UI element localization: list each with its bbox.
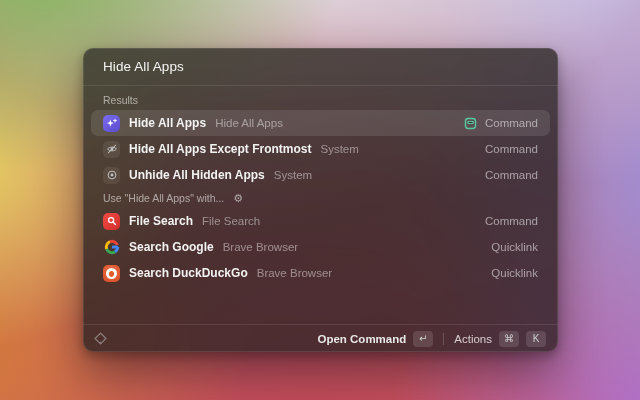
sparkle-plus-icon [103, 115, 120, 132]
result-row-search-duckduckgo[interactable]: Search DuckDuckGo Brave Browser Quicklin… [91, 260, 550, 286]
row-title: Hide All Apps [129, 116, 206, 130]
return-keycap: ↵ [413, 331, 433, 347]
row-subtitle: System [274, 169, 312, 181]
k-keycap: K [526, 331, 546, 347]
row-accessory: Quicklink [491, 241, 538, 253]
gear-icon[interactable]: ⚙ [233, 193, 243, 204]
row-title: Search Google [129, 240, 214, 254]
eye-icon [103, 167, 120, 184]
row-title: Hide All Apps Except Frontmost [129, 142, 311, 156]
google-logo-icon [103, 239, 120, 256]
result-row-search-google[interactable]: Search Google Brave Browser Quicklink [91, 234, 550, 260]
row-accessory: Quicklink [491, 267, 538, 279]
row-title: Search DuckDuckGo [129, 266, 248, 280]
search-value: Hide All Apps [103, 59, 184, 74]
row-title: File Search [129, 214, 193, 228]
footer-separator [443, 333, 444, 345]
file-search-icon [103, 213, 120, 230]
command-app-icon [464, 117, 477, 130]
result-row-unhide-all[interactable]: Unhide All Hidden Apps System Command [91, 162, 550, 188]
section-header-use-with: Use "Hide All Apps" with... ⚙ [91, 188, 550, 208]
result-row-file-search[interactable]: File Search File Search Command [91, 208, 550, 234]
row-accessory: Command [485, 169, 538, 181]
actions-label: Actions [454, 333, 492, 345]
raycast-logo-icon [93, 331, 108, 346]
open-command-button[interactable]: Open Command ↵ [315, 329, 435, 349]
open-command-label: Open Command [317, 333, 406, 345]
row-accessory: Command [485, 117, 538, 129]
result-row-hide-except-frontmost[interactable]: Hide All Apps Except Frontmost System Co… [91, 136, 550, 162]
row-title: Unhide All Hidden Apps [129, 168, 265, 182]
row-subtitle: Hide All Apps [215, 117, 283, 129]
eye-slash-icon [103, 141, 120, 158]
row-accessory: Command [485, 215, 538, 227]
row-subtitle: Brave Browser [257, 267, 332, 279]
row-subtitle: File Search [202, 215, 260, 227]
raycast-window: Hide All Apps Results Hide All Apps Hide… [83, 48, 558, 352]
section-header-results: Results [91, 90, 550, 110]
duckduckgo-logo-icon [103, 265, 120, 282]
row-subtitle: Brave Browser [223, 241, 298, 253]
section-label: Use "Hide All Apps" with... [103, 192, 224, 204]
results-list: Results Hide All Apps Hide All Apps Comm [83, 86, 558, 324]
row-accessory: Command [485, 143, 538, 155]
cmd-keycap: ⌘ [499, 331, 519, 347]
search-input[interactable]: Hide All Apps [83, 48, 558, 85]
footer-bar: Open Command ↵ Actions ⌘ K [83, 325, 558, 352]
actions-button[interactable]: Actions ⌘ K [452, 329, 548, 349]
section-label: Results [103, 94, 138, 106]
result-row-hide-all-apps[interactable]: Hide All Apps Hide All Apps Command [91, 110, 550, 136]
row-subtitle: System [320, 143, 358, 155]
